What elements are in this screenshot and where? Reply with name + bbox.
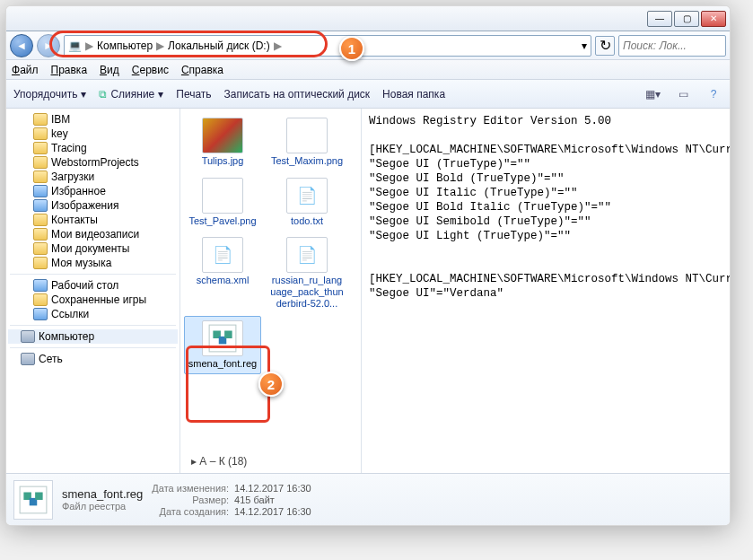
computer-icon [21, 330, 35, 343]
folder-icon [33, 142, 48, 154]
crumb-sep-icon: ▶ [83, 39, 95, 52]
details-file-icon [13, 480, 53, 520]
menu-edit[interactable]: Правка [51, 64, 88, 76]
annotation-badge-2: 2 [258, 372, 284, 397]
tree-item[interactable]: Сохраненные игры [8, 293, 178, 307]
folder-icon [33, 185, 48, 197]
crumb-sep-icon: ▶ [272, 39, 284, 52]
merge-icon: ⧉ [99, 88, 107, 101]
file-item[interactable]: Tulips.jpg [184, 114, 261, 171]
tree-computer[interactable]: Компьютер [8, 329, 178, 344]
tree-item[interactable]: IBM [8, 112, 178, 127]
address-dropdown-icon[interactable]: ▾ [582, 39, 587, 52]
content-area: IBM key Tracing WebstormProjects Загрузк… [6, 109, 730, 473]
nav-tree[interactable]: IBM key Tracing WebstormProjects Загрузк… [6, 109, 180, 473]
details-metadata: Дата изменения:14.12.2017 16:30 Размер:4… [152, 483, 311, 517]
crumb-computer[interactable]: Компьютер [97, 39, 153, 52]
chevron-down-icon: ▾ [158, 88, 163, 101]
preview-pane: Windows Registry Editor Version 5.00 [HK… [362, 109, 730, 473]
file-item[interactable]: Test_Pavel.png [184, 174, 261, 231]
help-button[interactable]: ? [705, 85, 722, 103]
tree-item[interactable]: Рабочий стол [8, 278, 178, 293]
nav-bar: ◄ ► 💻 ▶ Компьютер ▶ Локальный диск (D:) … [6, 31, 730, 60]
tree-item[interactable]: WebstormProjects [8, 155, 178, 170]
crumb-drive-d[interactable]: Локальный диск (D:) [168, 39, 270, 52]
titlebar[interactable]: — ▢ ✕ [6, 6, 730, 31]
burn-button[interactable]: Записать на оптический диск [224, 88, 371, 101]
tree-item[interactable]: Моя музыка [8, 256, 178, 270]
details-filetype: Файл реестра [62, 501, 143, 512]
network-icon [21, 353, 35, 365]
view-options-button[interactable]: ▦ ▾ [644, 85, 661, 103]
toolbar: Упорядочить ▾ ⧉ Слияние ▾ Печать Записат… [6, 80, 730, 109]
xml-file-icon: 📄 [202, 237, 243, 273]
tree-item[interactable]: Избранное [8, 184, 178, 198]
folder-icon [33, 228, 48, 241]
refresh-button[interactable]: ↻ [595, 36, 615, 56]
menu-bar: Файл Правка Вид Сервис Справка [6, 60, 730, 80]
details-filename: smena_font.reg [62, 487, 143, 501]
folder-icon [33, 156, 48, 169]
file-list[interactable]: Tulips.jpg Test_Maxim.png Test_Pavel.png… [180, 109, 362, 473]
details-pane: smena_font.reg Файл реестра Дата изменен… [6, 473, 730, 525]
computer-icon: 💻 [68, 39, 82, 52]
file-item[interactable]: 📄todo.txt [268, 174, 346, 231]
tree-item[interactable]: key [8, 127, 178, 141]
back-button[interactable]: ◄ [10, 34, 33, 57]
folder-icon [33, 171, 48, 183]
search-input[interactable]: Поиск: Лок... [618, 35, 726, 57]
menu-tools[interactable]: Сервис [132, 64, 169, 76]
reg-file-icon [202, 320, 243, 356]
annotation-badge-1: 1 [339, 36, 364, 61]
image-thumb-icon [202, 178, 243, 214]
folder-icon [33, 242, 48, 255]
file-group-header[interactable]: ▸ А – К (18) [184, 453, 254, 469]
expand-arrow-icon: ▸ [191, 455, 197, 468]
maximize-button[interactable]: ▢ [674, 11, 699, 27]
file-item[interactable]: Test_Maxim.png [268, 114, 346, 171]
tree-item[interactable]: Tracing [8, 141, 178, 155]
tree-divider [10, 325, 176, 326]
tree-item[interactable]: Мои документы [8, 241, 178, 256]
new-folder-button[interactable]: Новая папка [382, 88, 445, 101]
text-file-icon: 📄 [286, 178, 328, 214]
tree-divider [10, 274, 176, 275]
tree-item[interactable]: Мои видеозаписи [8, 227, 178, 241]
tree-item[interactable]: Ссылки [8, 307, 178, 321]
tree-item[interactable]: Загрузки [8, 170, 178, 184]
svg-rect-3 [224, 331, 232, 339]
merge-button[interactable]: ⧉ Слияние ▾ [99, 88, 163, 101]
folder-icon [33, 127, 48, 140]
print-button[interactable]: Печать [176, 88, 211, 101]
organize-button[interactable]: Упорядочить ▾ [13, 88, 86, 101]
menu-file[interactable]: Файл [12, 64, 39, 76]
tree-item[interactable]: Контакты [8, 213, 178, 227]
folder-icon [33, 257, 48, 269]
folder-icon [33, 113, 48, 126]
folder-icon [33, 214, 48, 226]
file-item-selected[interactable]: smena_font.reg [184, 316, 261, 374]
file-icon: 📄 [286, 237, 328, 273]
folder-icon [33, 308, 48, 320]
preview-pane-button[interactable]: ▭ [674, 85, 692, 103]
svg-rect-7 [35, 492, 43, 500]
close-button[interactable]: ✕ [701, 11, 726, 27]
tree-item[interactable]: Изображения [8, 198, 178, 213]
image-thumb-icon [202, 118, 243, 153]
forward-button[interactable]: ► [37, 34, 60, 57]
minimize-button[interactable]: — [647, 11, 672, 27]
menu-help[interactable]: Справка [181, 64, 223, 76]
explorer-window: — ▢ ✕ ◄ ► 💻 ▶ Компьютер ▶ Локальный диск… [5, 5, 731, 526]
image-thumb-icon [286, 118, 328, 153]
tree-network[interactable]: Сеть [8, 352, 178, 366]
folder-icon [33, 199, 48, 212]
file-item[interactable]: 📄russian_ru_language_pack_thunderbird-52… [268, 233, 346, 312]
tree-divider [10, 347, 176, 348]
chevron-down-icon: ▾ [81, 88, 86, 101]
menu-view[interactable]: Вид [100, 64, 119, 76]
address-bar[interactable]: 💻 ▶ Компьютер ▶ Локальный диск (D:) ▶ ▾ [64, 35, 591, 57]
folder-icon [33, 293, 48, 306]
file-item[interactable]: 📄schema.xml [184, 233, 261, 312]
crumb-sep-icon: ▶ [154, 39, 166, 52]
folder-icon [33, 279, 48, 292]
